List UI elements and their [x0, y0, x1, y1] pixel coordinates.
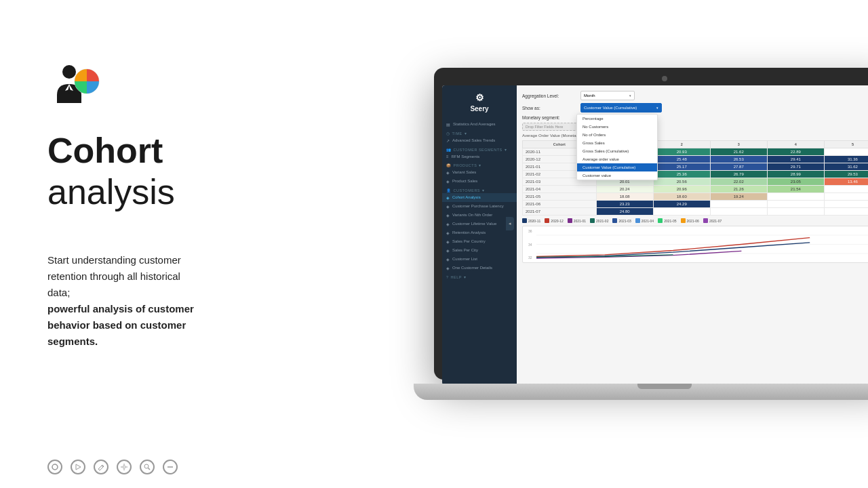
dropdown-item-customer-value[interactable]: Customer value [577, 171, 657, 180]
list-icon: ◈ [446, 257, 450, 262]
table-cell: 22.02 [710, 178, 767, 186]
dropdown-item-no-orders[interactable]: No of Orders [577, 131, 657, 139]
table-cell: 18.60 [653, 193, 710, 201]
chart-y-axis: 36 34 32 [528, 229, 532, 260]
table-row: 2021-05 18.08 18.60 19.24 [523, 193, 869, 201]
latency-icon: ◈ [446, 204, 450, 209]
table-header-2: 2 [653, 141, 710, 148]
sidebar-item-rfm[interactable]: ≡ RFM Segments [442, 152, 517, 161]
aggregation-select[interactable]: Month ▾ [580, 91, 635, 100]
laptop-base [414, 384, 868, 400]
customer-icon: 👤 [446, 188, 452, 192]
legend-item-2020-11: 2020-11 [522, 218, 540, 223]
table-cell: 22.89 [767, 148, 824, 156]
chart-icon: ▤ [446, 122, 450, 127]
legend-item-2021-02: 2021-02 [590, 218, 608, 223]
sidebar-item-advanced-sales[interactable]: ↗ Advanced Sales Trends [442, 136, 517, 145]
table-row: 2021-07 24.80 [523, 208, 869, 216]
sidebar-item-sales-city[interactable]: ◈ Sales Per City [442, 246, 517, 255]
cohort-label: 2021-07 [523, 208, 597, 216]
dropdown-item-no-customers[interactable]: No Customers [577, 123, 657, 131]
nav-play-button[interactable] [71, 460, 85, 474]
clv-icon: ◈ [446, 222, 450, 226]
aggregation-row: Aggregation Level: Month ▾ [522, 91, 868, 100]
product-icon: ◈ [446, 179, 450, 184]
table-cell: 29.53 [824, 171, 868, 178]
show-as-dropdown: Percentage No Customers No of Orders Gro… [576, 114, 658, 180]
laptop-frame: ⚙ Seery ▤ Statistics And Averages ◷ TIME… [434, 68, 868, 380]
table-header-4: 4 [767, 141, 824, 148]
city-icon: ◈ [446, 248, 450, 253]
table-cell: 20.96 [653, 186, 710, 193]
table-cell: 21.62 [710, 148, 767, 156]
sidebar-collapse-button[interactable]: ◂ [506, 217, 514, 230]
table-row: 2021-01 23.17 25.17 27.87 29.71 31.62 [523, 163, 869, 171]
sidebar-item-cohort-analysis[interactable]: ◈ Cohort Analysis [442, 193, 517, 202]
nav-minus-button[interactable] [163, 460, 178, 474]
chart-legend: 2020-11 2020-12 2021-01 2021-02 [522, 218, 868, 223]
table-row: 2021-03 20.01 20.56 22.02 23.05 13.46 [523, 178, 869, 186]
clock-icon: ◷ [446, 131, 450, 136]
sidebar-item-one-customer[interactable]: ◈ One Customer Details [442, 264, 517, 272]
svg-point-4 [52, 464, 58, 470]
table-cell: 23.23 [596, 201, 653, 208]
show-as-select[interactable]: Customer Value (Cumulative) ▾ [580, 103, 662, 113]
cohort-table: Cohort 1 2 3 4 5 2020-11 [522, 140, 868, 216]
nav-settings-button[interactable] [117, 460, 132, 474]
table-cell [767, 208, 824, 216]
laptop-screen: ⚙ Seery ▤ Statistics And Averages ◷ TIME… [442, 85, 868, 385]
legend-item-2020-12: 2020-12 [545, 218, 563, 223]
dropdown-item-gross-cumulative[interactable]: Gross Sales (Cumulative) [577, 147, 657, 155]
table-cell: 26.53 [710, 156, 767, 163]
sidebar-item-variant-sales[interactable]: ◈ Variant Sales [442, 168, 517, 177]
table-header-5: 5 [824, 141, 868, 148]
table-cell [767, 193, 824, 201]
table-cell: 27.87 [710, 163, 767, 171]
sidebar-item-purchase-latency[interactable]: ◈ Customer Purchase Latency [442, 202, 517, 211]
sidebar-item-statistics[interactable]: ▤ Statistics And Averages [442, 120, 517, 129]
trend-chart: 36 34 32 [522, 226, 868, 263]
cohort-label: 2021-04 [523, 186, 597, 193]
nav-edit-button[interactable] [94, 460, 108, 474]
dropdown-item-customer-cumulative[interactable]: Customer Value (Cumulative) [577, 163, 657, 171]
title-sub: analysis [47, 173, 264, 211]
sidebar-section-help: ? HELP ▾ [442, 272, 517, 280]
show-as-label: Show as: [522, 106, 576, 110]
sidebar-section-products: 📦 PRODUCTS ▾ [442, 161, 517, 168]
cohort-icon: ◈ [446, 195, 450, 200]
table-cell: 25.36 [653, 171, 710, 178]
table-cell: 20.24 [596, 186, 653, 193]
table-row: 2021-04 20.24 20.96 21.26 21.54 [523, 186, 869, 193]
table-cell: 24.80 [596, 208, 653, 216]
sidebar-item-customer-list[interactable]: ◈ Customer List [442, 255, 517, 264]
users-icon: 👥 [446, 148, 452, 152]
cohort-label: 2021-05 [523, 193, 597, 201]
monetary-label: Monetary segment: [522, 115, 576, 120]
dropdown-item-avg-order[interactable]: Average order value [577, 155, 657, 163]
legend-item-2021-05: 2021-05 [658, 218, 676, 223]
nav-circle-button[interactable] [47, 460, 62, 474]
table-row: 2020-12 22.74 25.48 26.53 29.41 31.36 [523, 156, 869, 163]
svg-point-7 [123, 466, 125, 468]
nth-icon: ◈ [446, 213, 450, 218]
table-cell [824, 148, 868, 156]
country-icon: ◈ [446, 239, 450, 244]
svg-point-8 [144, 464, 149, 468]
sidebar-item-product-sales[interactable]: ◈ Product Sales [442, 177, 517, 186]
aggregation-label: Aggregation Level: [522, 94, 576, 98]
nav-search-button[interactable] [140, 460, 155, 474]
svg-point-0 [62, 65, 76, 79]
table-cell: 20.93 [653, 148, 710, 156]
dropdown-item-gross-sales[interactable]: Gross Sales [577, 139, 657, 147]
cohort-label: 2021-06 [523, 201, 597, 208]
table-cell: 24.29 [653, 201, 710, 208]
app-sidebar: ⚙ Seery ▤ Statistics And Averages ◷ TIME… [442, 85, 517, 385]
table-cell: 18.08 [596, 193, 653, 201]
table-cell: 25.48 [653, 156, 710, 163]
laptop-camera [662, 76, 667, 81]
dropdown-item-percentage[interactable]: Percentage [577, 115, 657, 123]
retention-icon: ◈ [446, 230, 450, 235]
legend-item-2021-04: 2021-04 [635, 218, 654, 223]
sidebar-item-sales-country[interactable]: ◈ Sales Per Country [442, 237, 517, 246]
table-cell: 21.54 [767, 186, 824, 193]
